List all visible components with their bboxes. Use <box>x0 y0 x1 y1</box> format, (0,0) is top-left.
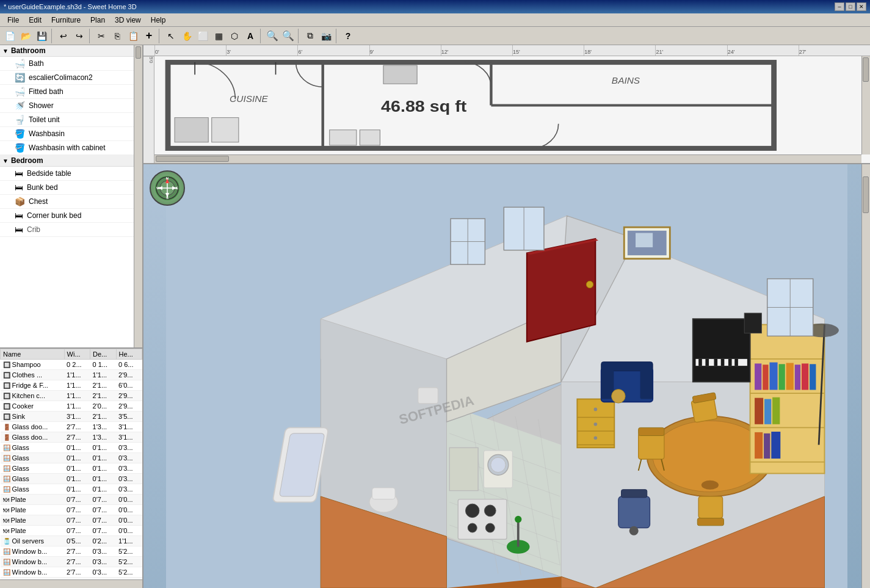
svg-rect-106 <box>810 364 816 390</box>
tree-item-washbasin-cabinet[interactable]: 🪣 Washbasin with cabinet <box>0 141 134 155</box>
table-row[interactable]: 🍽 Plate 0'7... 0'7... 0'0... <box>1 505 142 515</box>
table-row[interactable]: 🔲 Kitchen c... 1'1... 2'1... 2'9... <box>1 391 142 401</box>
tree-item-escalier[interactable]: 🔄 escalierColimacon2 <box>0 71 134 85</box>
create-polylines-button[interactable]: ⬡ <box>227 29 242 43</box>
tree-item-crib[interactable]: 🛏 Crib <box>0 223 134 237</box>
row-icon: 🍽 <box>3 496 9 503</box>
zoom-out-button[interactable]: 🔍 <box>281 29 295 43</box>
open-button[interactable]: 📂 <box>18 29 33 43</box>
table-row[interactable]: 🪟 Window b... 2'7... 0'3... 5'2... <box>1 567 142 578</box>
svg-rect-90 <box>697 518 723 526</box>
menu-help[interactable]: Help <box>146 15 171 26</box>
tree-item-chest[interactable]: 📦 Chest <box>0 195 134 209</box>
table-row[interactable]: 🪟 Glass 0'1... 0'1... 0'3... <box>1 484 142 495</box>
cell-depth: 1'3... <box>90 422 116 432</box>
create-rooms-button[interactable]: ▦ <box>211 29 226 43</box>
plan-3d-button[interactable]: ⧉ <box>303 29 317 43</box>
col-depth[interactable]: De... <box>90 349 116 360</box>
table-row[interactable]: 🔲 Sink 3'1... 2'1... 3'5... <box>1 412 142 422</box>
new-button[interactable]: 📄 <box>2 29 17 43</box>
table-row[interactable]: 🔲 Shampoo 0 2... 0 1... 0 6... <box>1 360 142 370</box>
cell-width: 0'1... <box>64 443 90 453</box>
bunkbed-label: Bunk bed <box>27 183 58 192</box>
table-row[interactable]: 🪟 Window b... 2'7... 0'3... 5'2... <box>1 546 142 557</box>
compass[interactable]: N S W E <box>150 170 185 206</box>
table-row[interactable]: 🍽 Plate 0'7... 0'7... 0'0... <box>1 526 142 536</box>
table-row[interactable]: 🔲 Fridge & F... 1'1... 2'1... 6'0... <box>1 380 142 391</box>
pan-button[interactable]: ✋ <box>179 29 194 43</box>
table-row[interactable]: 🚪 Glass doo... 2'7... 1'3... 3'1... <box>1 422 142 432</box>
fitted-bath-label: Fitted bath <box>29 87 63 96</box>
table-hscroll[interactable] <box>0 579 142 588</box>
save-button[interactable]: 💾 <box>34 29 49 43</box>
table-row[interactable]: 🍽 Plate 0'7... 0'7... 0'0... <box>1 495 142 505</box>
svg-rect-126 <box>698 359 702 366</box>
camera-button[interactable]: 📷 <box>319 29 333 43</box>
help-button[interactable]: ? <box>341 29 355 43</box>
svg-text:N: N <box>166 176 169 180</box>
menu-edit[interactable]: Edit <box>24 15 46 26</box>
undo-button[interactable]: ↩ <box>56 29 71 43</box>
copy-button[interactable]: ⎘ <box>110 29 125 43</box>
menu-plan[interactable]: Plan <box>85 15 110 26</box>
table-row[interactable]: 🫙 Oil servers 0'5... 0'2... 1'1... <box>1 536 142 546</box>
menu-furniture[interactable]: Furniture <box>46 15 85 26</box>
tree-item-fitted-bath[interactable]: 🛁 Fitted bath <box>0 85 134 99</box>
table-row[interactable]: 🔲 Cooker 1'1... 2'0... 2'9... <box>1 401 142 412</box>
cell-depth: 0'7... <box>90 505 116 515</box>
svg-rect-107 <box>755 398 763 424</box>
tree-item-corner-bunk[interactable]: 🛏 Corner bunk bed <box>0 209 134 223</box>
minimize-button[interactable]: – <box>835 2 844 11</box>
table-row[interactable]: 🪟 Glass 0'1... 0'1... 0'3... <box>1 463 142 474</box>
svg-rect-9 <box>212 118 239 142</box>
plan-hscroll[interactable] <box>154 154 861 163</box>
table-row[interactable]: 🍽 Plate 0'7... 0'7... 0'0... <box>1 515 142 526</box>
table-row[interactable]: 🚪 Glass doo... 2'7... 1'3... 3'1... <box>1 432 142 443</box>
tree-item-bath[interactable]: 🛁 Bath <box>0 57 134 71</box>
cell-width: 1'1... <box>64 401 90 412</box>
table-row[interactable]: 🪟 Glass 0'1... 0'1... 0'3... <box>1 474 142 484</box>
col-name[interactable]: Name <box>1 349 65 360</box>
cell-depth: 0'7... <box>90 515 116 526</box>
category-bedroom[interactable]: ▼ Bedroom <box>0 155 134 167</box>
svg-rect-103 <box>786 363 794 390</box>
col-height[interactable]: He... <box>116 349 142 360</box>
svg-rect-65 <box>418 388 438 404</box>
plan-vscroll[interactable] <box>861 56 870 154</box>
bedside-label: Bedside table <box>27 169 71 178</box>
create-walls-button[interactable]: ⬜ <box>195 29 210 43</box>
table-row[interactable]: 🪟 Window b... 2'7... 0'3... 5'2... <box>1 557 142 567</box>
col-width[interactable]: Wi... <box>64 349 90 360</box>
tree-item-bedside[interactable]: 🛏 Bedside table <box>0 167 134 181</box>
maximize-button[interactable]: □ <box>846 2 855 11</box>
table-row[interactable]: 🔲 Clothes ... 1'1... 1'1... 2'9... <box>1 370 142 380</box>
3d-vscroll[interactable] <box>861 164 870 588</box>
tree-item-washbasin[interactable]: 🪣 Washbasin <box>0 127 134 141</box>
3d-view[interactable]: N S W E <box>143 164 870 588</box>
menu-3dview[interactable]: 3D view <box>110 15 146 26</box>
select-button[interactable]: ↖ <box>164 29 178 43</box>
cell-width: 3'1... <box>64 412 90 422</box>
tree-item-toilet[interactable]: 🚽 Toilet unit <box>0 113 134 127</box>
cell-name: 🔲 Sink <box>1 412 65 422</box>
add-text-button[interactable]: A <box>243 29 258 43</box>
close-button[interactable]: ✕ <box>857 2 866 11</box>
menu-file[interactable]: File <box>2 15 24 26</box>
tree-scrollbar[interactable] <box>134 45 142 347</box>
plan-canvas[interactable]: CUISINE 46.88 sq ft BAINS <box>154 56 861 154</box>
paste-button[interactable]: 📋 <box>126 29 140 43</box>
table-row[interactable]: 🪟 Glass 0'1... 0'1... 0'3... <box>1 443 142 453</box>
ruler-top: 0' 3' 6' 9' 12' 15' 18' 21' 24' 27' <box>143 45 870 56</box>
cell-height: 5'2... <box>116 546 142 557</box>
add-furniture-button[interactable]: + <box>142 29 156 43</box>
tree-item-shower[interactable]: 🚿 Shower <box>0 99 134 113</box>
category-bathroom[interactable]: ▼ Bathroom <box>0 45 134 57</box>
tree-item-bunkbed[interactable]: 🛏 Bunk bed <box>0 181 134 195</box>
ruler-mark-0: 0' <box>154 45 226 56</box>
table-row[interactable]: 🪟 Glass 0'1... 0'1... 0'3... <box>1 453 142 463</box>
zoom-in-button[interactable]: 🔍 <box>265 29 280 43</box>
svg-rect-10 <box>330 130 357 145</box>
svg-rect-82 <box>639 427 664 435</box>
cut-button[interactable]: ✂ <box>94 29 109 43</box>
redo-button[interactable]: ↪ <box>72 29 87 43</box>
